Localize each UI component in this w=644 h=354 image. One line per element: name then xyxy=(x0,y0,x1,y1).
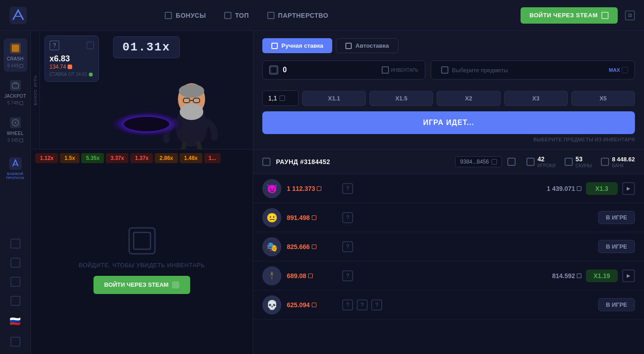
nav-bonuses[interactable]: БОНУСЫ xyxy=(165,12,206,19)
sidebar-item-jackpot[interactable]: JACKPOT 5 748 xyxy=(4,75,27,109)
nav-top[interactable]: ТОП xyxy=(224,12,249,19)
crash-top-area: БОНУС ИГРА 01.31x ? x6.83 134.74 xyxy=(31,31,253,149)
sidebar-extra-2[interactable] xyxy=(10,258,20,268)
in-game-badge: В ИГРЕ xyxy=(598,240,635,253)
bank-amount: 8 448.62 xyxy=(612,156,635,163)
bet-icon xyxy=(269,65,278,75)
steam-logo-icon xyxy=(172,281,179,289)
players-label: ИГРОКИ xyxy=(537,163,556,168)
sidebar-extras: 🇷🇺 xyxy=(9,239,22,347)
sidebar-extra-3[interactable] xyxy=(10,277,20,287)
bank-icon xyxy=(601,158,609,166)
reveal-button[interactable]: ▶ xyxy=(622,182,635,195)
items-notice-text: ВЫБЕРИТЕ ПРЕДМЕТЫ ИЗ ИНВЕНТАРЯ xyxy=(533,137,635,142)
multiplier-card: ? x6.83 134.74 СТАВКА ОТ 24.61 xyxy=(44,35,99,82)
items-notice: ВЫБЕРИТЕ ПРЕДМЕТЫ ИЗ ИНВЕНТАРЯ xyxy=(262,137,635,142)
sidebar: CRASH 8 449 JACKPOT 5 748 xyxy=(0,31,31,354)
control-tabs: Ручная ставка Автоставка xyxy=(262,38,635,53)
crash-game-area: 01.31x ? x6.83 134.74 СТАВКА ОТ 24.61 xyxy=(40,31,253,149)
wheel-label: WHEEL xyxy=(7,131,24,136)
win-amount: 1 439.071 xyxy=(547,185,581,192)
mult-input-value: 1,1 xyxy=(268,95,277,102)
mult-x5-button[interactable]: X5 xyxy=(571,91,635,106)
bet-label: СТАВКА ОТ 24.61 xyxy=(49,72,94,77)
player-items-button-3[interactable]: ? xyxy=(371,299,382,310)
player-result: В ИГРЕ xyxy=(598,240,635,253)
crash-portal xyxy=(106,99,187,135)
crash-label: CRASH xyxy=(7,56,24,61)
sidebar-item-wheel[interactable]: WHEEL 3 345 xyxy=(4,113,27,146)
player-items-button[interactable]: ? xyxy=(342,270,353,281)
inventory-login-text: ВОЙДИТЕ, ЧТОБЫ УВИДЕТЬ ИНВЕНТАРЬ xyxy=(79,262,205,269)
player-items-button[interactable]: ? xyxy=(342,212,353,223)
language-flag[interactable]: 🇷🇺 xyxy=(9,315,22,328)
svg-rect-19 xyxy=(270,67,277,73)
player-items-button[interactable]: ? xyxy=(342,183,353,194)
mult-x3-button[interactable]: X3 xyxy=(504,91,568,106)
window-resize-button[interactable]: ⊡ xyxy=(625,10,635,20)
sidebar-item-crash[interactable]: CRASH 8 449 xyxy=(4,38,27,72)
player-items-button-2[interactable]: ? xyxy=(357,299,368,310)
multiplier-input[interactable]: 1,1 xyxy=(262,90,299,106)
right-panel: Ручная ставка Автоставка И xyxy=(253,31,644,354)
question-box[interactable]: ? xyxy=(49,40,59,50)
tab-auto-bet[interactable]: Автоставка xyxy=(336,38,398,53)
tab-manual-bet[interactable]: Ручная ставка xyxy=(262,38,332,53)
badge-3: 5.35x xyxy=(81,153,104,163)
bank-label: БАНК xyxy=(612,163,635,168)
bet-amount-display: 625.094 xyxy=(287,301,337,309)
svg-point-7 xyxy=(15,122,16,124)
mult-x1-1-button[interactable]: X1.1 xyxy=(302,91,366,106)
inventory-inner-icon xyxy=(133,232,151,250)
items-select-area[interactable]: Выберите предметы MAX xyxy=(431,60,635,80)
sidebar-extra-1[interactable] xyxy=(10,239,20,249)
badge-1: 1.12x xyxy=(35,153,58,163)
partnership-label: ПАРТНЕРСТВО xyxy=(278,12,329,19)
player-items-button-1[interactable]: ? xyxy=(342,299,353,310)
sidebar-item-battle[interactable]: БОЕВОЙ ПРОПУСК xyxy=(4,154,27,184)
coin-sm-icon xyxy=(89,73,93,76)
sidebar-extra-5[interactable] xyxy=(10,337,20,347)
nav-partnership[interactable]: ПАРТНЕРСТВО xyxy=(267,12,329,19)
mult-x2-button[interactable]: X2 xyxy=(437,91,500,106)
max-icon xyxy=(622,67,628,73)
bet-value-input[interactable] xyxy=(283,66,378,74)
inventory-steam-login-button[interactable]: ВОЙТИ ЧЕРЕЗ STEAM xyxy=(93,276,191,294)
bet-input-area[interactable]: ИНВЕНТАРЬ xyxy=(262,60,425,80)
player-result: В ИГРЕ xyxy=(598,211,635,224)
player-result: 814.592 X1.19 ▶ xyxy=(552,269,635,282)
mult-card-header: ? xyxy=(49,40,94,50)
reveal-button[interactable]: ▶ xyxy=(622,269,635,282)
copy-icon[interactable] xyxy=(492,159,497,165)
player-items-button[interactable]: ? xyxy=(342,241,353,252)
stat-skins: 53 СКИНЫ xyxy=(565,155,592,168)
stat-players: 42 ИГРОКИ xyxy=(526,155,556,168)
sidebar-extra-4[interactable] xyxy=(10,296,20,306)
win-coin-icon xyxy=(577,274,581,278)
manual-tab-label: Ручная ставка xyxy=(281,42,323,49)
round-verify-button[interactable] xyxy=(507,158,516,166)
small-sq-btn[interactable] xyxy=(87,42,94,49)
skins-label: СКИНЫ xyxy=(575,163,592,168)
window-controls: ⊡ xyxy=(625,10,635,20)
login-steam-button[interactable]: ВОЙТИ ЧЕРЕЗ STEAM xyxy=(521,7,618,24)
coin-sq-icon xyxy=(308,274,313,278)
mult-x1-5-button[interactable]: X1.5 xyxy=(369,91,433,106)
nav-links: БОНУСЫ ТОП ПАРТНЕРСТВО xyxy=(165,12,328,19)
play-button[interactable]: ИГРА ИДЕТ... xyxy=(262,111,635,134)
player-bet: 625.094 xyxy=(287,301,337,309)
battle-label: БОЕВОЙ ПРОПУСК xyxy=(5,172,25,180)
main-content: БОНУС ИГРА 01.31x ? x6.83 134.74 xyxy=(31,31,644,354)
round-hash[interactable]: 9384...8456 xyxy=(455,156,502,167)
top-navigation: БОНУСЫ ТОП ПАРТНЕРСТВО ВОЙТИ ЧЕРЕЗ STEAM… xyxy=(0,0,644,31)
round-icon xyxy=(262,158,270,166)
max-label[interactable]: MAX xyxy=(609,67,620,73)
play-button-label: ИГРА ИДЕТ... xyxy=(423,119,474,126)
checkbox-icon xyxy=(267,12,275,19)
mult-card-value: x6.83 xyxy=(49,54,94,64)
jackpot-icon xyxy=(9,79,22,92)
round-stats: 42 ИГРОКИ 53 СКИНЫ 8 4 xyxy=(526,155,635,168)
manual-tab-icon xyxy=(271,43,278,49)
player-bet: 689.08 xyxy=(287,272,337,279)
badge-7: 1.48x xyxy=(180,153,202,163)
